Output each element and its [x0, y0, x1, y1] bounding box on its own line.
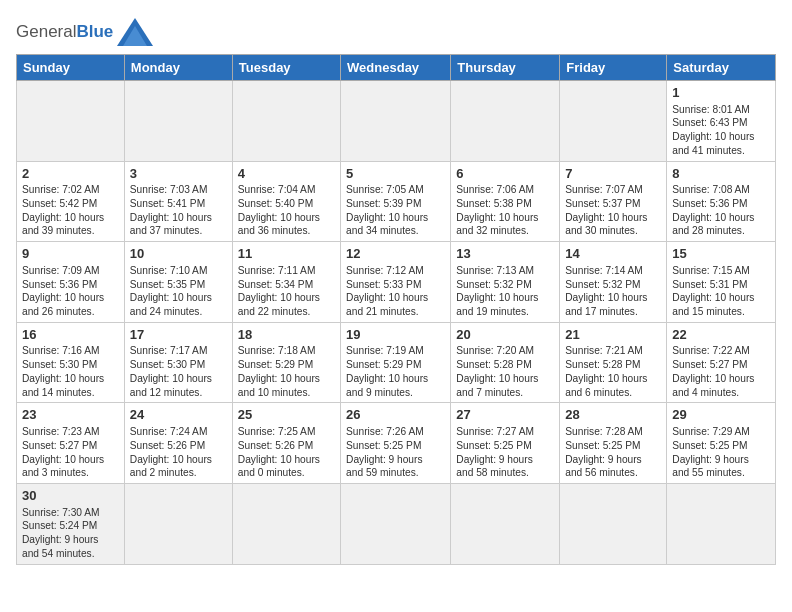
- calendar-cell: 20Sunrise: 7:20 AM Sunset: 5:28 PM Dayli…: [451, 322, 560, 403]
- day-number: 14: [565, 245, 661, 263]
- calendar-cell: 9Sunrise: 7:09 AM Sunset: 5:36 PM Daylig…: [17, 242, 125, 323]
- calendar-cell: 11Sunrise: 7:11 AM Sunset: 5:34 PM Dayli…: [232, 242, 340, 323]
- col-header-sunday: Sunday: [17, 55, 125, 81]
- day-number: 29: [672, 406, 770, 424]
- col-header-monday: Monday: [124, 55, 232, 81]
- day-info: Sunrise: 7:21 AM Sunset: 5:28 PM Dayligh…: [565, 344, 661, 399]
- day-number: 15: [672, 245, 770, 263]
- day-info: Sunrise: 7:14 AM Sunset: 5:32 PM Dayligh…: [565, 264, 661, 319]
- calendar-cell: [232, 81, 340, 162]
- calendar-cell: 2Sunrise: 7:02 AM Sunset: 5:42 PM Daylig…: [17, 161, 125, 242]
- day-info: Sunrise: 7:07 AM Sunset: 5:37 PM Dayligh…: [565, 183, 661, 238]
- col-header-saturday: Saturday: [667, 55, 776, 81]
- calendar-cell: 23Sunrise: 7:23 AM Sunset: 5:27 PM Dayli…: [17, 403, 125, 484]
- col-header-thursday: Thursday: [451, 55, 560, 81]
- day-number: 16: [22, 326, 119, 344]
- day-info: Sunrise: 7:10 AM Sunset: 5:35 PM Dayligh…: [130, 264, 227, 319]
- calendar-cell: [124, 484, 232, 565]
- day-info: Sunrise: 7:13 AM Sunset: 5:32 PM Dayligh…: [456, 264, 554, 319]
- calendar-cell: 13Sunrise: 7:13 AM Sunset: 5:32 PM Dayli…: [451, 242, 560, 323]
- day-number: 3: [130, 165, 227, 183]
- calendar-cell: 15Sunrise: 7:15 AM Sunset: 5:31 PM Dayli…: [667, 242, 776, 323]
- day-number: 8: [672, 165, 770, 183]
- calendar-week-2: 2Sunrise: 7:02 AM Sunset: 5:42 PM Daylig…: [17, 161, 776, 242]
- day-info: Sunrise: 7:23 AM Sunset: 5:27 PM Dayligh…: [22, 425, 119, 480]
- day-number: 11: [238, 245, 335, 263]
- day-info: Sunrise: 7:04 AM Sunset: 5:40 PM Dayligh…: [238, 183, 335, 238]
- calendar-page: GeneralBlue SundayMondayTuesdayWednesday…: [0, 0, 792, 581]
- calendar-cell: 30Sunrise: 7:30 AM Sunset: 5:24 PM Dayli…: [17, 484, 125, 565]
- day-number: 5: [346, 165, 445, 183]
- day-number: 1: [672, 84, 770, 102]
- calendar-cell: 7Sunrise: 7:07 AM Sunset: 5:37 PM Daylig…: [560, 161, 667, 242]
- calendar-cell: [451, 81, 560, 162]
- day-info: Sunrise: 7:17 AM Sunset: 5:30 PM Dayligh…: [130, 344, 227, 399]
- day-info: Sunrise: 7:25 AM Sunset: 5:26 PM Dayligh…: [238, 425, 335, 480]
- day-info: Sunrise: 7:15 AM Sunset: 5:31 PM Dayligh…: [672, 264, 770, 319]
- day-info: Sunrise: 7:12 AM Sunset: 5:33 PM Dayligh…: [346, 264, 445, 319]
- col-header-friday: Friday: [560, 55, 667, 81]
- day-info: Sunrise: 7:22 AM Sunset: 5:27 PM Dayligh…: [672, 344, 770, 399]
- calendar-cell: 21Sunrise: 7:21 AM Sunset: 5:28 PM Dayli…: [560, 322, 667, 403]
- calendar-cell: 6Sunrise: 7:06 AM Sunset: 5:38 PM Daylig…: [451, 161, 560, 242]
- day-number: 17: [130, 326, 227, 344]
- day-info: Sunrise: 7:27 AM Sunset: 5:25 PM Dayligh…: [456, 425, 554, 480]
- calendar-cell: 8Sunrise: 7:08 AM Sunset: 5:36 PM Daylig…: [667, 161, 776, 242]
- day-info: Sunrise: 8:01 AM Sunset: 6:43 PM Dayligh…: [672, 103, 770, 158]
- calendar-week-1: 1Sunrise: 8:01 AM Sunset: 6:43 PM Daylig…: [17, 81, 776, 162]
- day-info: Sunrise: 7:20 AM Sunset: 5:28 PM Dayligh…: [456, 344, 554, 399]
- calendar-week-4: 16Sunrise: 7:16 AM Sunset: 5:30 PM Dayli…: [17, 322, 776, 403]
- day-number: 4: [238, 165, 335, 183]
- day-info: Sunrise: 7:02 AM Sunset: 5:42 PM Dayligh…: [22, 183, 119, 238]
- calendar-cell: [560, 484, 667, 565]
- day-number: 24: [130, 406, 227, 424]
- calendar-cell: 16Sunrise: 7:16 AM Sunset: 5:30 PM Dayli…: [17, 322, 125, 403]
- calendar-cell: 28Sunrise: 7:28 AM Sunset: 5:25 PM Dayli…: [560, 403, 667, 484]
- day-info: Sunrise: 7:26 AM Sunset: 5:25 PM Dayligh…: [346, 425, 445, 480]
- calendar-header-row: SundayMondayTuesdayWednesdayThursdayFrid…: [17, 55, 776, 81]
- day-number: 18: [238, 326, 335, 344]
- day-number: 23: [22, 406, 119, 424]
- day-number: 20: [456, 326, 554, 344]
- calendar-cell: 27Sunrise: 7:27 AM Sunset: 5:25 PM Dayli…: [451, 403, 560, 484]
- calendar-cell: 25Sunrise: 7:25 AM Sunset: 5:26 PM Dayli…: [232, 403, 340, 484]
- calendar-cell: 26Sunrise: 7:26 AM Sunset: 5:25 PM Dayli…: [341, 403, 451, 484]
- calendar-cell: 12Sunrise: 7:12 AM Sunset: 5:33 PM Dayli…: [341, 242, 451, 323]
- day-info: Sunrise: 7:06 AM Sunset: 5:38 PM Dayligh…: [456, 183, 554, 238]
- calendar-cell: 4Sunrise: 7:04 AM Sunset: 5:40 PM Daylig…: [232, 161, 340, 242]
- day-number: 10: [130, 245, 227, 263]
- calendar-cell: 3Sunrise: 7:03 AM Sunset: 5:41 PM Daylig…: [124, 161, 232, 242]
- calendar-table: SundayMondayTuesdayWednesdayThursdayFrid…: [16, 54, 776, 565]
- day-number: 6: [456, 165, 554, 183]
- calendar-cell: 1Sunrise: 8:01 AM Sunset: 6:43 PM Daylig…: [667, 81, 776, 162]
- calendar-cell: [17, 81, 125, 162]
- calendar-cell: [124, 81, 232, 162]
- day-number: 21: [565, 326, 661, 344]
- day-info: Sunrise: 7:28 AM Sunset: 5:25 PM Dayligh…: [565, 425, 661, 480]
- calendar-cell: 18Sunrise: 7:18 AM Sunset: 5:29 PM Dayli…: [232, 322, 340, 403]
- calendar-cell: [341, 81, 451, 162]
- day-number: 9: [22, 245, 119, 263]
- page-header: GeneralBlue: [16, 10, 776, 46]
- day-number: 13: [456, 245, 554, 263]
- day-number: 25: [238, 406, 335, 424]
- calendar-cell: 10Sunrise: 7:10 AM Sunset: 5:35 PM Dayli…: [124, 242, 232, 323]
- calendar-cell: 22Sunrise: 7:22 AM Sunset: 5:27 PM Dayli…: [667, 322, 776, 403]
- day-number: 12: [346, 245, 445, 263]
- calendar-cell: [451, 484, 560, 565]
- calendar-cell: [232, 484, 340, 565]
- calendar-cell: 17Sunrise: 7:17 AM Sunset: 5:30 PM Dayli…: [124, 322, 232, 403]
- calendar-cell: 19Sunrise: 7:19 AM Sunset: 5:29 PM Dayli…: [341, 322, 451, 403]
- day-info: Sunrise: 7:30 AM Sunset: 5:24 PM Dayligh…: [22, 506, 119, 561]
- day-number: 2: [22, 165, 119, 183]
- day-info: Sunrise: 7:08 AM Sunset: 5:36 PM Dayligh…: [672, 183, 770, 238]
- day-info: Sunrise: 7:09 AM Sunset: 5:36 PM Dayligh…: [22, 264, 119, 319]
- day-info: Sunrise: 7:11 AM Sunset: 5:34 PM Dayligh…: [238, 264, 335, 319]
- col-header-tuesday: Tuesday: [232, 55, 340, 81]
- logo: GeneralBlue: [16, 18, 153, 46]
- day-info: Sunrise: 7:05 AM Sunset: 5:39 PM Dayligh…: [346, 183, 445, 238]
- day-info: Sunrise: 7:03 AM Sunset: 5:41 PM Dayligh…: [130, 183, 227, 238]
- day-info: Sunrise: 7:16 AM Sunset: 5:30 PM Dayligh…: [22, 344, 119, 399]
- col-header-wednesday: Wednesday: [341, 55, 451, 81]
- calendar-week-5: 23Sunrise: 7:23 AM Sunset: 5:27 PM Dayli…: [17, 403, 776, 484]
